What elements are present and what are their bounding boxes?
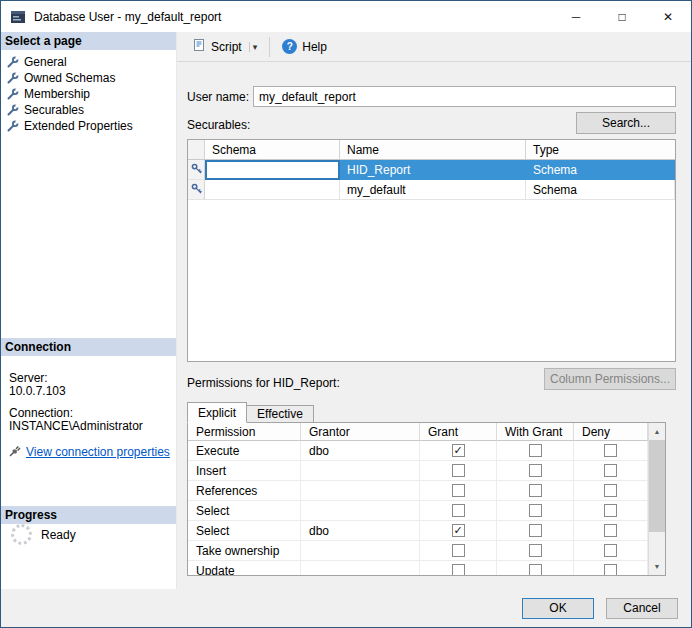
schema-cell[interactable]	[205, 180, 340, 200]
help-icon: ?	[282, 39, 297, 54]
grantor-cell[interactable]	[301, 541, 420, 561]
user-name-input[interactable]	[253, 86, 676, 107]
sidebar-item-extended-properties[interactable]: Extended Properties	[1, 118, 176, 134]
deny-column-header[interactable]: Deny	[574, 423, 648, 441]
grant-checkbox[interactable]	[452, 464, 465, 477]
maximize-button[interactable]: □	[599, 1, 645, 32]
window-title: Database User - my_default_report	[34, 10, 553, 24]
name-column-header[interactable]: Name	[340, 140, 526, 160]
scroll-down-icon[interactable]: ▼	[649, 558, 666, 575]
grant-checkbox[interactable]: ✓	[452, 444, 465, 457]
sidebar-item-owned-schemas[interactable]: Owned Schemas	[1, 70, 176, 86]
grantor-cell[interactable]: dbo	[301, 441, 420, 461]
titlebar[interactable]: Database User - my_default_report ─ □ ✕	[1, 1, 691, 32]
type-cell[interactable]: Schema	[526, 160, 675, 180]
minimize-button[interactable]: ─	[553, 1, 599, 32]
permission-name-cell[interactable]: Take ownership	[188, 541, 301, 561]
permission-row[interactable]: Executedbo✓	[188, 441, 648, 461]
grantor-cell[interactable]	[301, 461, 420, 481]
permission-row[interactable]: Select	[188, 501, 648, 521]
name-cell[interactable]: HID_Report	[340, 160, 526, 180]
close-button[interactable]: ✕	[645, 1, 691, 32]
permissions-scrollbar[interactable]: ▲ ▼	[648, 423, 665, 575]
permission-name-cell[interactable]: Execute	[188, 441, 301, 461]
sidebar-item-membership[interactable]: Membership	[1, 86, 176, 102]
sidebar-item-securables[interactable]: Securables	[1, 102, 176, 118]
permission-row[interactable]: Insert	[188, 461, 648, 481]
securables-row[interactable]: my_defaultSchema	[188, 180, 675, 200]
deny-checkbox[interactable]	[604, 444, 617, 457]
schema-cell[interactable]	[205, 160, 340, 180]
deny-checkbox[interactable]	[604, 484, 617, 497]
with-grant-cell	[497, 501, 574, 521]
type-cell[interactable]: Schema	[526, 180, 675, 200]
scroll-up-icon[interactable]: ▲	[649, 423, 666, 440]
content-area: User name: Securables: Search... Schema …	[177, 62, 691, 589]
type-column-header[interactable]: Type	[526, 140, 675, 160]
with-grant-cell	[497, 481, 574, 501]
grant-checkbox[interactable]	[452, 544, 465, 557]
securables-table-empty-area	[188, 200, 675, 361]
grant-checkbox[interactable]	[452, 484, 465, 497]
grantor-column-header[interactable]: Grantor	[301, 423, 420, 441]
sidebar-item-label: Extended Properties	[24, 119, 133, 133]
deny-cell	[574, 441, 648, 461]
permission-row[interactable]: Update	[188, 561, 648, 575]
securables-row[interactable]: HID_ReportSchema	[188, 160, 675, 180]
grant-checkbox[interactable]	[452, 504, 465, 517]
grant-checkbox[interactable]: ✓	[452, 524, 465, 537]
grantor-cell[interactable]	[301, 501, 420, 521]
dialog-icon	[10, 9, 26, 25]
page-wrench-icon	[7, 72, 19, 84]
select-a-page-header: Select a page	[1, 32, 176, 50]
script-dropdown-icon[interactable]: ▾	[249, 42, 258, 52]
help-button[interactable]: ? Help	[275, 35, 334, 58]
row-header-cell	[188, 160, 205, 180]
permission-row[interactable]: Selectdbo✓	[188, 521, 648, 541]
name-cell[interactable]: my_default	[340, 180, 526, 200]
with-grant-checkbox[interactable]	[529, 484, 542, 497]
with-grant-checkbox[interactable]	[529, 444, 542, 457]
with-grant-checkbox[interactable]	[529, 464, 542, 477]
grant-column-header[interactable]: Grant	[420, 423, 497, 441]
view-connection-properties-link[interactable]: View connection properties	[26, 446, 170, 459]
scrollbar-thumb[interactable]	[649, 440, 666, 532]
cancel-button[interactable]: Cancel	[606, 598, 678, 619]
script-button-label: Script	[211, 40, 242, 54]
with-grant-checkbox[interactable]	[529, 524, 542, 537]
with-grant-checkbox[interactable]	[529, 564, 542, 575]
grantor-cell[interactable]: dbo	[301, 521, 420, 541]
deny-cell	[574, 501, 648, 521]
tab-explicit[interactable]: Explicit	[187, 402, 247, 423]
permission-name-cell[interactable]: References	[188, 481, 301, 501]
search-button[interactable]: Search...	[576, 112, 676, 134]
permission-name-cell[interactable]: Select	[188, 501, 301, 521]
permission-name-cell[interactable]: Insert	[188, 461, 301, 481]
with-grant-checkbox[interactable]	[529, 544, 542, 557]
with-grant-column-header[interactable]: With Grant	[497, 423, 574, 441]
ok-button[interactable]: OK	[522, 598, 594, 619]
with-grant-checkbox[interactable]	[529, 504, 542, 517]
grantor-cell[interactable]	[301, 561, 420, 575]
sidebar: Select a page GeneralOwned SchemasMember…	[1, 32, 177, 589]
grantor-cell[interactable]	[301, 481, 420, 501]
script-button[interactable]: Script ▾	[185, 34, 264, 59]
deny-checkbox[interactable]	[604, 544, 617, 557]
deny-checkbox[interactable]	[604, 524, 617, 537]
schema-column-header[interactable]: Schema	[205, 140, 340, 160]
database-user-dialog: Database User - my_default_report ─ □ ✕ …	[0, 0, 692, 628]
with-grant-cell	[497, 461, 574, 481]
progress-spinner-icon	[11, 524, 32, 545]
grant-checkbox[interactable]	[452, 564, 465, 575]
deny-checkbox[interactable]	[604, 504, 617, 517]
permission-column-header[interactable]: Permission	[188, 423, 301, 441]
deny-checkbox[interactable]	[604, 464, 617, 477]
permission-row[interactable]: Take ownership	[188, 541, 648, 561]
permissions-tabs: Explicit Effective	[187, 402, 314, 423]
deny-checkbox[interactable]	[604, 564, 617, 575]
sidebar-item-general[interactable]: General	[1, 54, 176, 70]
permission-name-cell[interactable]: Select	[188, 521, 301, 541]
permission-name-cell[interactable]: Update	[188, 561, 301, 575]
permission-row[interactable]: References	[188, 481, 648, 501]
tab-effective[interactable]: Effective	[247, 405, 314, 423]
